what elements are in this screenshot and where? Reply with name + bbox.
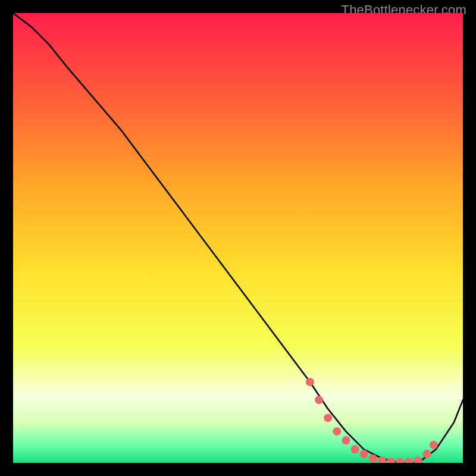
highlight-marker — [351, 445, 359, 453]
highlight-marker — [315, 396, 323, 404]
highlight-marker — [430, 441, 438, 449]
bottleneck-chart — [13, 13, 463, 463]
plot-area — [13, 13, 463, 463]
highlight-marker — [369, 454, 377, 462]
chart-stage: TheBottlenecker.com — [0, 0, 476, 476]
gradient-background — [13, 13, 463, 463]
highlight-marker — [333, 427, 341, 436]
highlight-marker — [306, 378, 314, 386]
highlight-marker — [360, 450, 368, 458]
highlight-marker — [342, 436, 350, 444]
highlight-marker — [423, 450, 431, 458]
highlight-marker — [324, 414, 332, 422]
